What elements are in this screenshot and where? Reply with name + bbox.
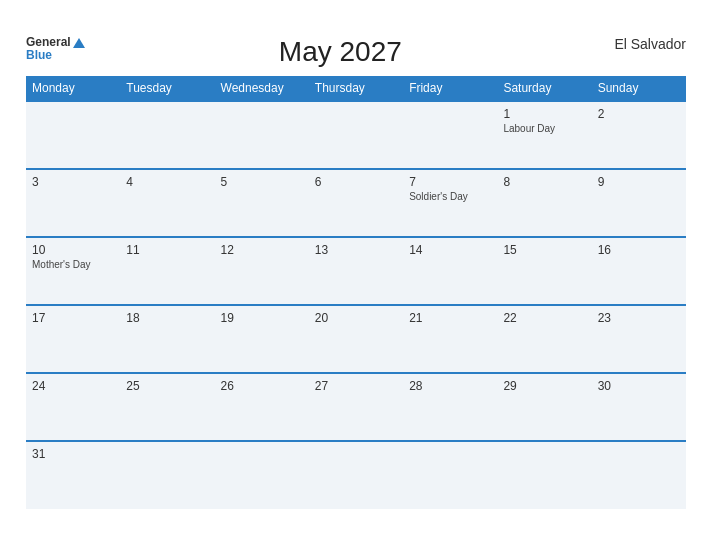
calendar-cell: 27	[309, 373, 403, 441]
logo: General Blue	[26, 36, 85, 62]
calendar-cell	[403, 441, 497, 509]
calendar-cell: 12	[215, 237, 309, 305]
calendar-cell: 19	[215, 305, 309, 373]
header-tuesday: Tuesday	[120, 76, 214, 101]
week-row-1: 1Labour Day2	[26, 101, 686, 169]
day-number: 30	[598, 379, 680, 393]
calendar-cell	[120, 101, 214, 169]
calendar-cell	[120, 441, 214, 509]
day-number: 9	[598, 175, 680, 189]
calendar-cell: 31	[26, 441, 120, 509]
calendar-cell: 9	[592, 169, 686, 237]
calendar-cell: 16	[592, 237, 686, 305]
week-row-4: 17181920212223	[26, 305, 686, 373]
calendar-cell: 15	[497, 237, 591, 305]
calendar-cell: 18	[120, 305, 214, 373]
day-number: 29	[503, 379, 585, 393]
day-number: 8	[503, 175, 585, 189]
calendar-cell: 11	[120, 237, 214, 305]
day-number: 26	[221, 379, 303, 393]
day-number: 7	[409, 175, 491, 189]
calendar-cell	[497, 441, 591, 509]
day-number: 19	[221, 311, 303, 325]
day-number: 4	[126, 175, 208, 189]
calendar-cell: 17	[26, 305, 120, 373]
day-number: 2	[598, 107, 680, 121]
calendar-cell: 1Labour Day	[497, 101, 591, 169]
day-number: 18	[126, 311, 208, 325]
weekday-header-row: Monday Tuesday Wednesday Thursday Friday…	[26, 76, 686, 101]
calendar-cell: 6	[309, 169, 403, 237]
calendar-cell: 8	[497, 169, 591, 237]
header-wednesday: Wednesday	[215, 76, 309, 101]
day-number: 3	[32, 175, 114, 189]
day-number: 23	[598, 311, 680, 325]
logo-triangle-icon	[73, 38, 85, 48]
day-number: 5	[221, 175, 303, 189]
day-number: 22	[503, 311, 585, 325]
calendar-cell: 24	[26, 373, 120, 441]
day-number: 1	[503, 107, 585, 121]
day-number: 20	[315, 311, 397, 325]
calendar-cell: 2	[592, 101, 686, 169]
day-number: 11	[126, 243, 208, 257]
week-row-6: 31	[26, 441, 686, 509]
calendar-cell: 5	[215, 169, 309, 237]
calendar-cell: 22	[497, 305, 591, 373]
calendar-cell	[26, 101, 120, 169]
header-saturday: Saturday	[497, 76, 591, 101]
day-number: 13	[315, 243, 397, 257]
day-number: 14	[409, 243, 491, 257]
calendar-cell: 13	[309, 237, 403, 305]
calendar-cell: 30	[592, 373, 686, 441]
header-sunday: Sunday	[592, 76, 686, 101]
holiday-label: Labour Day	[503, 123, 585, 134]
calendar-header: General Blue May 2027 El Salvador	[26, 36, 686, 68]
calendar-cell: 20	[309, 305, 403, 373]
week-row-5: 24252627282930	[26, 373, 686, 441]
calendar-cell: 21	[403, 305, 497, 373]
header-friday: Friday	[403, 76, 497, 101]
week-row-3: 10Mother's Day111213141516	[26, 237, 686, 305]
day-number: 31	[32, 447, 114, 461]
day-number: 16	[598, 243, 680, 257]
calendar-cell: 26	[215, 373, 309, 441]
calendar-cell: 28	[403, 373, 497, 441]
calendar-wrapper: General Blue May 2027 El Salvador Monday…	[11, 26, 701, 524]
calendar-cell: 14	[403, 237, 497, 305]
country-label: El Salvador	[596, 36, 686, 52]
holiday-label: Soldier's Day	[409, 191, 491, 202]
day-number: 27	[315, 379, 397, 393]
header-thursday: Thursday	[309, 76, 403, 101]
calendar-cell: 23	[592, 305, 686, 373]
calendar-title: May 2027	[85, 36, 596, 68]
calendar-cell	[309, 101, 403, 169]
holiday-label: Mother's Day	[32, 259, 114, 270]
day-number: 12	[221, 243, 303, 257]
calendar-cell: 3	[26, 169, 120, 237]
day-number: 28	[409, 379, 491, 393]
calendar-cell: 25	[120, 373, 214, 441]
calendar-cell: 29	[497, 373, 591, 441]
calendar-cell	[309, 441, 403, 509]
day-number: 24	[32, 379, 114, 393]
calendar-cell	[215, 101, 309, 169]
week-row-2: 34567Soldier's Day89	[26, 169, 686, 237]
day-number: 10	[32, 243, 114, 257]
day-number: 6	[315, 175, 397, 189]
calendar-cell: 10Mother's Day	[26, 237, 120, 305]
day-number: 17	[32, 311, 114, 325]
logo-blue-text: Blue	[26, 49, 85, 62]
calendar-cell: 7Soldier's Day	[403, 169, 497, 237]
calendar-table: Monday Tuesday Wednesday Thursday Friday…	[26, 76, 686, 509]
day-number: 25	[126, 379, 208, 393]
header-monday: Monday	[26, 76, 120, 101]
calendar-cell	[403, 101, 497, 169]
calendar-cell	[592, 441, 686, 509]
calendar-cell	[215, 441, 309, 509]
calendar-cell: 4	[120, 169, 214, 237]
day-number: 21	[409, 311, 491, 325]
day-number: 15	[503, 243, 585, 257]
